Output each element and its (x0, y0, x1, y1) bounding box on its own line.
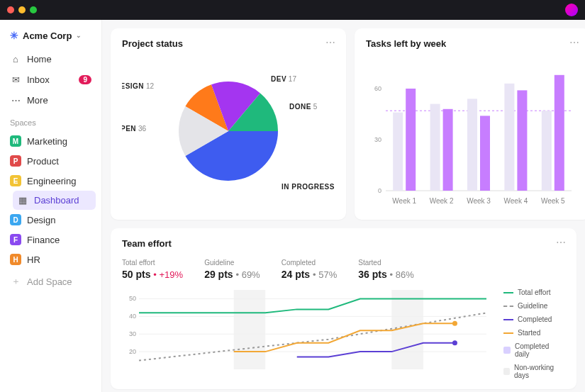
card-menu-icon[interactable]: ⋯ (325, 37, 336, 48)
metric-value: 50 pts • +19% (122, 269, 183, 280)
inbox-badge: 9 (79, 75, 91, 84)
svg-text:Week 5: Week 5 (541, 197, 565, 205)
tasks-left-card: Tasks left by week ⋯ 03060Week 1Week 2We… (355, 28, 585, 220)
svg-text:DONE 5: DONE 5 (289, 103, 318, 111)
legend-label: Non-working days (514, 364, 565, 379)
space-name: Engineering (27, 176, 76, 186)
svg-text:40: 40 (129, 313, 136, 320)
tasks-left-chart: 03060Week 1Week 2Week 3Week 4Week 5 (366, 59, 579, 208)
nav-more[interactable]: ⋯ More (6, 91, 96, 110)
legend-swatch (503, 332, 513, 334)
nav-home[interactable]: ⌂ Home (6, 50, 96, 69)
svg-text:Week 1: Week 1 (392, 197, 416, 205)
svg-text:IN PROGRESS 5: IN PROGRESS 5 (282, 183, 335, 191)
line-total-effort (139, 298, 486, 313)
line-endpoint-icon (452, 340, 457, 345)
svg-text:OPEN 36: OPEN 36 (122, 125, 146, 133)
legend-started: Started (503, 329, 565, 337)
bar-Week3-1[interactable] (480, 116, 490, 191)
bar-Week3-0[interactable] (467, 99, 477, 191)
svg-text:Week 4: Week 4 (504, 197, 528, 205)
sidebar: ✳ Acme Corp ⌄ ⌂ Home ✉ Inbox 9 ⋯ More Sp… (0, 20, 102, 392)
svg-text:30: 30 (129, 330, 136, 337)
legend-non-working-days: Non-working days (503, 364, 565, 379)
bar-Week4-0[interactable] (504, 84, 514, 191)
card-menu-icon[interactable]: ⋯ (556, 237, 567, 248)
space-chip-icon: E (10, 175, 21, 186)
sidebar-dashboard[interactable]: ▦Dashboard (13, 191, 96, 210)
legend-label: Completed daily (515, 342, 565, 358)
svg-text:20: 20 (129, 348, 136, 355)
legend-completed-daily: Completed daily (503, 342, 565, 358)
inbox-icon: ✉ (10, 74, 21, 85)
space-chip-icon: H (10, 254, 21, 265)
line-completed (297, 343, 455, 357)
svg-text:Week 2: Week 2 (430, 197, 454, 205)
more-icon: ⋯ (10, 95, 21, 106)
workspace-name: Acme Corp (23, 30, 72, 41)
legend-swatch (503, 368, 510, 375)
svg-text:30: 30 (374, 136, 381, 143)
svg-text:60: 60 (374, 85, 381, 92)
workspace-icon: ✳ (10, 30, 18, 41)
svg-text:DESIGN 12: DESIGN 12 (122, 82, 154, 90)
metrics-row: Total effort 50 pts • +19%Guideline 29 p… (122, 256, 565, 280)
line-endpoint-icon (452, 321, 457, 326)
space-name: HR (27, 254, 40, 265)
svg-text:0: 0 (378, 187, 381, 194)
nav-label: Add Space (27, 276, 72, 287)
bar-Week5-1[interactable] (555, 75, 564, 191)
nav-label: Dashboard (34, 195, 79, 206)
card-menu-icon[interactable]: ⋯ (569, 37, 580, 48)
metric-value: 24 pts • 57% (282, 269, 338, 280)
close-window-icon[interactable] (7, 6, 14, 13)
metric-label: Completed (282, 259, 338, 267)
legend-swatch (503, 306, 513, 307)
line-guideline (139, 313, 486, 360)
legend-label: Completed (518, 315, 552, 323)
card-title: Project status (122, 38, 335, 49)
legend-total-effort: Total effort (503, 289, 565, 296)
bar-Week2-1[interactable] (443, 109, 453, 191)
nav-label: Inbox (27, 74, 50, 85)
legend-label: Total effort (518, 289, 551, 296)
sidebar-space-finance[interactable]: FFinance (6, 230, 96, 250)
project-status-chart: DESIGN 12DEV 17DONE 5IN PROGRESS 5OPEN 3… (122, 60, 335, 195)
window-titlebar (0, 0, 585, 20)
team-effort-chart: 20304050 (122, 287, 491, 372)
project-status-card: Project status ⋯ DESIGN 12DEV 17DONE 5IN… (111, 28, 346, 220)
minimize-window-icon[interactable] (18, 6, 26, 13)
workspace-switcher[interactable]: ✳ Acme Corp ⌄ (6, 27, 96, 44)
avatar[interactable] (565, 4, 578, 16)
nav-label: Home (27, 54, 52, 65)
metric-value: 29 pts • 69% (204, 269, 260, 280)
add-space-button[interactable]: ＋ Add Space (6, 271, 96, 292)
bar-Week2-0[interactable] (430, 104, 440, 191)
traffic-lights (7, 6, 37, 13)
legend-completed: Completed (503, 315, 565, 323)
legend-label: Guideline (518, 302, 547, 310)
sidebar-space-product[interactable]: PProduct (6, 151, 96, 171)
zoom-window-icon[interactable] (30, 6, 37, 13)
bar-Week1-1[interactable] (406, 89, 416, 191)
bar-Week4-1[interactable] (517, 90, 527, 191)
sidebar-space-marketing[interactable]: MMarketing (6, 131, 96, 151)
space-chip-icon: F (10, 234, 21, 245)
metric-label: Guideline (204, 259, 260, 267)
sidebar-space-hr[interactable]: HHR (6, 250, 96, 269)
sidebar-space-design[interactable]: DDesign (6, 210, 96, 230)
sidebar-space-engineering[interactable]: EEngineering (6, 171, 96, 191)
space-chip-icon: M (10, 135, 21, 147)
bar-Week5-0[interactable] (542, 111, 552, 191)
metric-label: Started (358, 259, 414, 267)
team-effort-legend: Total effortGuidelineCompletedStartedCom… (503, 287, 565, 379)
metric-started: Started 36 pts • 86% (358, 259, 414, 280)
svg-text:DEV 17: DEV 17 (271, 75, 296, 83)
spaces-label: Spaces (6, 111, 96, 130)
nav-inbox[interactable]: ✉ Inbox 9 (6, 70, 96, 89)
legend-swatch (503, 347, 511, 354)
bar-Week1-0[interactable] (393, 113, 403, 191)
nav-label: More (27, 95, 48, 106)
space-chip-icon: P (10, 155, 21, 167)
svg-text:50: 50 (129, 295, 136, 302)
